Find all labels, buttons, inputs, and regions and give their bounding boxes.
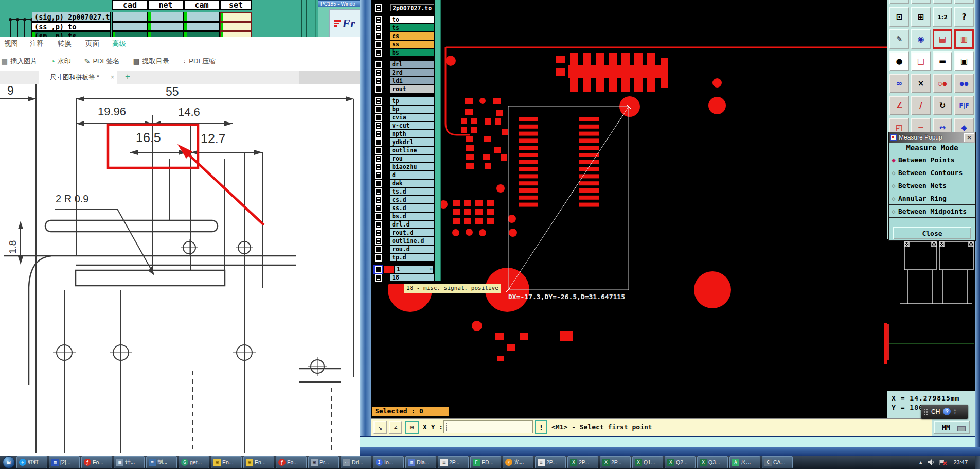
- ime-grip-icon[interactable]: [924, 408, 929, 415]
- layer-row-cs[interactable]: cs: [371, 32, 435, 40]
- taskbar-button-3[interactable]: ƒFo...: [81, 456, 112, 468]
- layer-row-ss[interactable]: ss: [371, 41, 435, 48]
- close-button[interactable]: Close: [893, 227, 971, 239]
- layer-checkbox-rout[interactable]: [375, 85, 382, 93]
- grid-toggle-icon[interactable]: ⊞: [405, 421, 419, 434]
- layer-checkbox-rou[interactable]: [375, 155, 382, 163]
- layer-row-ts[interactable]: ts: [371, 24, 435, 31]
- layer-checkbox-rout.d[interactable]: [375, 229, 382, 237]
- layer-name-ydkdrl[interactable]: ydkdrl: [390, 138, 434, 146]
- layer-row-ss.d[interactable]: ss.d: [371, 204, 435, 212]
- photo-window-title[interactable]: PC185 - Windo: [318, 0, 360, 7]
- layer-checkbox-rou.d[interactable]: [375, 246, 382, 253]
- network-icon[interactable]: [939, 459, 947, 466]
- layer-checkbox-ss[interactable]: [375, 41, 382, 48]
- layer-checkbox-cs[interactable]: [375, 32, 382, 40]
- layer-name-rout[interactable]: rout: [390, 85, 434, 93]
- ime-arrows-icon[interactable]: ▴▾: [954, 408, 956, 415]
- layer-checkbox-ydkdrl[interactable]: [375, 138, 382, 146]
- layer-name-outline.d[interactable]: outline.d: [390, 237, 434, 245]
- delete-icon[interactable]: ×: [911, 74, 931, 93]
- pdf-document-tab[interactable]: 尺寸图和拼板等 * ×: [39, 71, 117, 84]
- taskbar-button-19[interactable]: X2P...: [600, 456, 631, 468]
- measure-popup-titlebar[interactable]: Measure Popup ✕: [889, 132, 975, 143]
- layer-checkbox-bp[interactable]: [375, 106, 382, 113]
- start-button[interactable]: ⊞: [3, 456, 15, 468]
- mirror-icon[interactable]: F|F: [954, 96, 974, 115]
- table-cell-set[interactable]: [220, 22, 252, 31]
- layer-name-v-cut[interactable]: v-cut: [390, 122, 434, 129]
- measure-option-between-midpoints[interactable]: ◇Between Midpoints: [889, 205, 975, 218]
- taskbar-button-10[interactable]: ▣Pr...: [308, 456, 339, 468]
- table-cell-net[interactable]: [148, 22, 184, 31]
- layer-checkbox-biaozhu[interactable]: [375, 163, 382, 171]
- taskbar-button-24[interactable]: CCA...: [762, 456, 793, 468]
- taskbar-clock[interactable]: 23:47: [953, 459, 968, 465]
- layer-checkbox-18[interactable]: [375, 274, 382, 282]
- taskbar-button-12[interactable]: IIo...: [373, 456, 404, 468]
- probe-icon[interactable]: ◉: [911, 29, 931, 49]
- layer-row-v-cut[interactable]: v-cut: [371, 122, 435, 129]
- layer-checkbox-outline.d[interactable]: [375, 237, 382, 245]
- layers-panel-divider[interactable]: [435, 0, 441, 281]
- layer-name-2rd[interactable]: 2rd: [390, 69, 434, 76]
- layer-checkbox-drl.d[interactable]: [375, 221, 382, 229]
- layer-name-to[interactable]: to: [390, 16, 434, 23]
- layer-name-cs[interactable]: cs: [390, 32, 434, 40]
- pad-move-icon[interactable]: ●: [889, 51, 909, 71]
- table-cell-cam[interactable]: [184, 12, 220, 22]
- dialog-close-icon[interactable]: ✕: [964, 133, 974, 142]
- layer-row-drl[interactable]: drl: [371, 61, 435, 68]
- layer-row-rou[interactable]: rou: [371, 155, 435, 162]
- layer-checkbox-dwk[interactable]: [375, 180, 382, 187]
- layer-checkbox-drl[interactable]: [375, 61, 382, 68]
- layer-row-to[interactable]: to: [371, 16, 435, 23]
- table-cell-net[interactable]: [148, 31, 184, 37]
- taskbar-button-17[interactable]: ≣2P...: [535, 456, 566, 468]
- layer-row-biaozhu[interactable]: biaozhu: [371, 163, 435, 170]
- layer-row-tp.d[interactable]: tp.d: [371, 254, 435, 261]
- taskbar-button-5[interactable]: ≡制...: [146, 456, 177, 468]
- layer-checkbox-d[interactable]: [375, 171, 382, 179]
- measure-option-between-nets[interactable]: ◇Between Nets: [889, 179, 975, 192]
- pdf-tool-插入图片[interactable]: ▦插入图片: [1, 57, 37, 66]
- table-cell-set[interactable]: [220, 31, 252, 37]
- layer-name-dwk[interactable]: dwk: [390, 180, 434, 187]
- table-cell-cam[interactable]: [184, 31, 220, 37]
- layer-name-d[interactable]: d: [390, 171, 434, 179]
- outline-edit-icon[interactable]: □: [911, 51, 931, 71]
- layer-name-rout.d[interactable]: rout.d: [390, 229, 434, 236]
- layer-name-drl[interactable]: drl: [390, 61, 434, 68]
- xy-coordinate-input[interactable]: [443, 420, 533, 433]
- layer-name-ts[interactable]: ts: [390, 24, 434, 31]
- taskbar-button-20[interactable]: XQ1...: [632, 456, 663, 468]
- taskbar-button-6[interactable]: Gget...: [179, 456, 209, 468]
- volume-icon[interactable]: [927, 459, 934, 466]
- taskbar-button-2[interactable]: ▥[2]...: [49, 456, 80, 468]
- pdf-drawing-canvas[interactable]: 9 55 19.96 14.6 16.5 12.7 2 R 0.9 1.8: [0, 84, 299, 456]
- layer-row-outline.d[interactable]: outline.d: [371, 237, 435, 245]
- taskbar-button-13[interactable]: ▥Dia...: [405, 456, 436, 468]
- table-cell-net[interactable]: [148, 12, 184, 22]
- layer-row-ydkdrl[interactable]: ydkdrl: [371, 138, 435, 146]
- layer-checkbox-ldi[interactable]: [375, 77, 382, 85]
- layer-row-1[interactable]: 1⊞: [371, 266, 435, 273]
- layer-checkbox-bs.d[interactable]: [375, 213, 382, 220]
- layer-name-bs.d[interactable]: bs.d: [390, 213, 434, 220]
- layer-name-2p007027.to[interactable]: 2p007027.to: [390, 4, 434, 11]
- layer-stack-a-icon[interactable]: ▤: [933, 29, 952, 49]
- layer-row-tp[interactable]: tp: [371, 97, 435, 105]
- layer-name-biaozhu[interactable]: biaozhu: [390, 163, 434, 170]
- layer-checkbox-npth[interactable]: [375, 130, 382, 138]
- layer-checkbox-ts.d[interactable]: [375, 188, 382, 196]
- measure-option-between-points[interactable]: ◆Between Points: [889, 153, 975, 166]
- pdf-tool-PDF压缩[interactable]: ÷PDF压缩: [183, 57, 216, 66]
- layer-name-cs.d[interactable]: cs.d: [390, 196, 434, 203]
- layer-row-outline[interactable]: outline: [371, 147, 435, 154]
- taskbar-button-16[interactable]: ☀光...: [503, 456, 533, 468]
- tab-close-icon[interactable]: ×: [111, 74, 114, 81]
- layer-name-npth[interactable]: npth: [390, 130, 434, 137]
- layer-row-bp[interactable]: bp: [371, 106, 435, 113]
- layer-row-2p007027.to[interactable]: 2p007027.to: [371, 4, 435, 11]
- measure-closed-icon[interactable]: ●●: [954, 74, 974, 93]
